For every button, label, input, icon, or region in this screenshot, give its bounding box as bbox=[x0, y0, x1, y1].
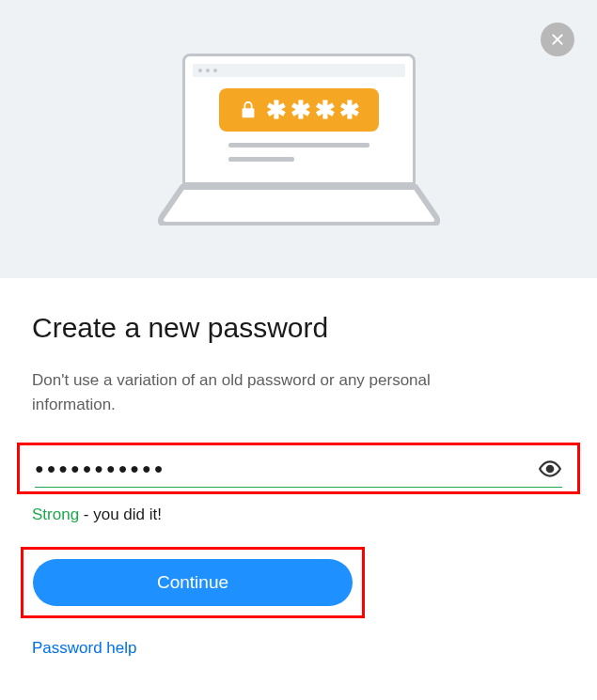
browser-bar bbox=[193, 64, 405, 77]
asterisk-icon: ✱ bbox=[266, 98, 287, 122]
close-icon bbox=[550, 32, 565, 47]
hero-banner: ✱ ✱ ✱ ✱ bbox=[0, 0, 597, 278]
page-title: Create a new password bbox=[32, 312, 565, 344]
laptop-illustration: ✱ ✱ ✱ ✱ bbox=[158, 54, 440, 226]
asterisk-icon: ✱ bbox=[339, 98, 360, 122]
content-area: Create a new password Don't use a variat… bbox=[0, 278, 597, 658]
strength-suffix: - you did it! bbox=[79, 506, 162, 523]
password-input[interactable] bbox=[35, 460, 538, 477]
password-help-link[interactable]: Password help bbox=[32, 639, 137, 658]
eye-icon[interactable] bbox=[538, 457, 562, 481]
password-field-highlight bbox=[17, 443, 580, 494]
laptop-screen: ✱ ✱ ✱ ✱ bbox=[182, 54, 416, 185]
password-row bbox=[35, 457, 562, 488]
continue-button[interactable]: Continue bbox=[33, 559, 353, 606]
placeholder-line bbox=[228, 143, 369, 148]
page-subtitle: Don't use a variation of an old password… bbox=[32, 368, 483, 416]
password-pill: ✱ ✱ ✱ ✱ bbox=[219, 88, 379, 132]
svg-point-2 bbox=[547, 466, 554, 473]
password-strength: Strong - you did it! bbox=[32, 506, 565, 524]
strength-label: Strong bbox=[32, 506, 79, 523]
close-button[interactable] bbox=[541, 23, 574, 56]
continue-button-highlight: Continue bbox=[21, 547, 365, 618]
lock-icon bbox=[238, 99, 259, 121]
asterisk-icon: ✱ bbox=[315, 98, 336, 122]
placeholder-line bbox=[228, 157, 294, 162]
asterisk-icon: ✱ bbox=[291, 98, 311, 122]
laptop-base bbox=[158, 183, 440, 226]
